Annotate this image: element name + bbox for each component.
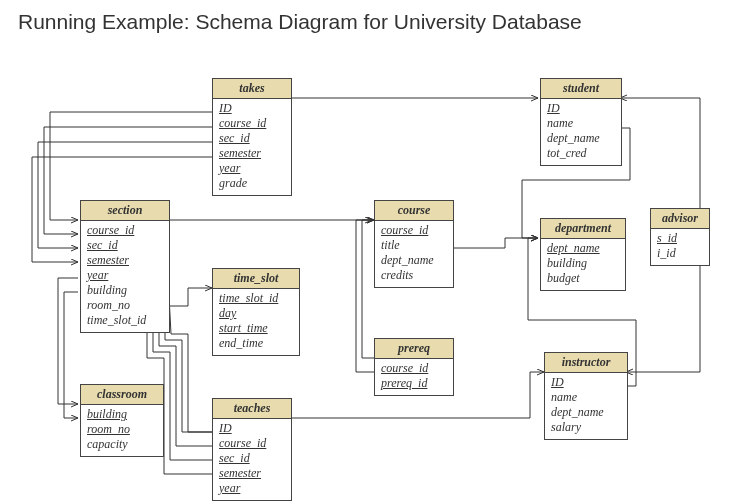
entity-body: building room_no capacity <box>81 405 163 456</box>
entity-body: dept_name building budget <box>541 239 625 290</box>
entity-header: course <box>375 201 453 221</box>
attr: start_time <box>219 321 293 336</box>
attr: semester <box>219 146 285 161</box>
attr: room_no <box>87 298 163 313</box>
attr: salary <box>551 420 621 435</box>
entity-header: teaches <box>213 399 291 419</box>
attr: sec_id <box>219 131 285 146</box>
entity-header: student <box>541 79 621 99</box>
attr: ID <box>219 101 285 116</box>
attr: course_id <box>87 223 163 238</box>
entity-classroom: classroom building room_no capacity <box>80 384 164 457</box>
attr: course_id <box>381 361 447 376</box>
entity-section: section course_id sec_id semester year b… <box>80 200 170 333</box>
entity-department: department dept_name building budget <box>540 218 626 291</box>
attr: sec_id <box>219 451 285 466</box>
attr: semester <box>219 466 285 481</box>
attr: credits <box>381 268 447 283</box>
entity-body: course_id sec_id semester year building … <box>81 221 169 332</box>
attr: room_no <box>87 422 157 437</box>
attr: course_id <box>219 116 285 131</box>
attr: course_id <box>219 436 285 451</box>
entity-body: ID name dept_name tot_cred <box>541 99 621 165</box>
attr: dept_name <box>381 253 447 268</box>
attr: dept_name <box>547 241 619 256</box>
attr: sec_id <box>87 238 163 253</box>
attr: i_id <box>657 246 703 261</box>
attr: ID <box>219 421 285 436</box>
entity-body: s_id i_id <box>651 229 709 265</box>
attr: capacity <box>87 437 157 452</box>
entity-header: instructor <box>545 353 627 373</box>
entity-body: ID course_id sec_id semester year <box>213 419 291 500</box>
entity-header: prereq <box>375 339 453 359</box>
diagram-title: Running Example: Schema Diagram for Univ… <box>18 10 582 34</box>
entity-body: course_id prereq_id <box>375 359 453 395</box>
attr: ID <box>547 101 615 116</box>
attr: tot_cred <box>547 146 615 161</box>
entity-header: takes <box>213 79 291 99</box>
entity-time-slot: time_slot time_slot_id day start_time en… <box>212 268 300 356</box>
entity-course: course course_id title dept_name credits <box>374 200 454 288</box>
attr: title <box>381 238 447 253</box>
entity-header: classroom <box>81 385 163 405</box>
entity-header: advisor <box>651 209 709 229</box>
attr: building <box>87 283 163 298</box>
attr: name <box>547 116 615 131</box>
attr: name <box>551 390 621 405</box>
entity-body: ID name dept_name salary <box>545 373 627 439</box>
entity-teaches: teaches ID course_id sec_id semester yea… <box>212 398 292 501</box>
entity-advisor: advisor s_id i_id <box>650 208 710 266</box>
attr: building <box>87 407 157 422</box>
attr: time_slot_id <box>87 313 163 328</box>
entity-header: section <box>81 201 169 221</box>
attr: dept_name <box>547 131 615 146</box>
attr: ID <box>551 375 621 390</box>
entity-body: time_slot_id day start_time end_time <box>213 289 299 355</box>
attr: year <box>219 161 285 176</box>
entity-student: student ID name dept_name tot_cred <box>540 78 622 166</box>
attr: year <box>219 481 285 496</box>
attr: day <box>219 306 293 321</box>
attr: semester <box>87 253 163 268</box>
attr: grade <box>219 176 285 191</box>
entity-body: ID course_id sec_id semester year grade <box>213 99 291 195</box>
attr: s_id <box>657 231 703 246</box>
entity-instructor: instructor ID name dept_name salary <box>544 352 628 440</box>
attr: year <box>87 268 163 283</box>
entity-body: course_id title dept_name credits <box>375 221 453 287</box>
entity-takes: takes ID course_id sec_id semester year … <box>212 78 292 196</box>
attr: budget <box>547 271 619 286</box>
entity-prereq: prereq course_id prereq_id <box>374 338 454 396</box>
attr: building <box>547 256 619 271</box>
attr: dept_name <box>551 405 621 420</box>
attr: course_id <box>381 223 447 238</box>
attr: prereq_id <box>381 376 447 391</box>
entity-header: department <box>541 219 625 239</box>
attr: end_time <box>219 336 293 351</box>
entity-header: time_slot <box>213 269 299 289</box>
attr: time_slot_id <box>219 291 293 306</box>
